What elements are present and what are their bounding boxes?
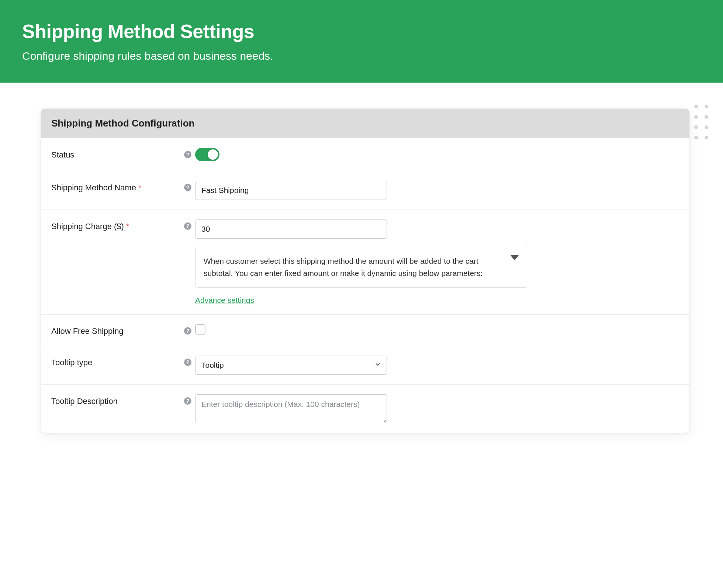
required-asterisk: * [138,183,142,193]
label-free-shipping-text: Allow Free Shipping [51,326,124,336]
label-tooltip-description-text: Tooltip Description [51,397,118,406]
row-shipping-charge: Shipping Charge ($) * ? When customer se… [41,210,689,315]
row-shipping-name: Shipping Method Name * ? [41,171,689,210]
tooltip-type-select[interactable]: Tooltip [195,356,387,375]
collapse-caret-icon[interactable] [511,255,519,260]
help-icon[interactable]: ? [184,184,191,191]
label-shipping-charge-text: Shipping Charge ($) [51,222,124,231]
tooltip-type-selected: Tooltip [201,361,224,370]
row-tooltip-description: Tooltip Description ? [41,385,689,433]
row-status: Status ? [41,138,689,171]
tooltip-description-input[interactable] [195,394,387,423]
help-icon[interactable]: ? [184,222,191,230]
shipping-name-input[interactable] [195,181,387,200]
page-header: Shipping Method Settings Configure shipp… [0,0,723,83]
advance-settings-link[interactable]: Advance settings [195,296,254,305]
label-shipping-name-text: Shipping Method Name [51,183,136,193]
label-tooltip-description: Tooltip Description [51,394,180,406]
shipping-charge-input[interactable] [195,219,387,239]
label-tooltip-type-text: Tooltip type [51,358,92,367]
settings-card: Shipping Method Configuration Status ? S… [41,108,690,433]
card-title: Shipping Method Configuration [41,109,689,138]
charge-info-text: When customer select this shipping metho… [204,257,482,277]
toggle-knob [208,149,218,160]
help-icon[interactable]: ? [184,327,191,335]
help-icon[interactable]: ? [184,359,191,366]
row-free-shipping: Allow Free Shipping ? [41,315,689,346]
row-tooltip-type: Tooltip type ? Tooltip [41,346,689,385]
help-icon[interactable]: ? [184,397,191,405]
page-subtitle: Configure shipping rules based on busine… [22,50,701,62]
label-free-shipping: Allow Free Shipping [51,324,180,336]
page-title: Shipping Method Settings [22,20,701,42]
label-status: Status [51,148,180,160]
label-tooltip-type: Tooltip type [51,356,180,367]
label-status-text: Status [51,150,74,160]
label-shipping-name: Shipping Method Name * [51,181,180,193]
status-toggle[interactable] [195,148,219,161]
decorative-dots [694,105,708,139]
free-shipping-checkbox[interactable] [195,324,205,335]
label-shipping-charge: Shipping Charge ($) * [51,219,180,231]
help-icon[interactable]: ? [184,151,191,158]
charge-info-box: When customer select this shipping metho… [195,247,527,288]
required-asterisk: * [126,222,129,231]
